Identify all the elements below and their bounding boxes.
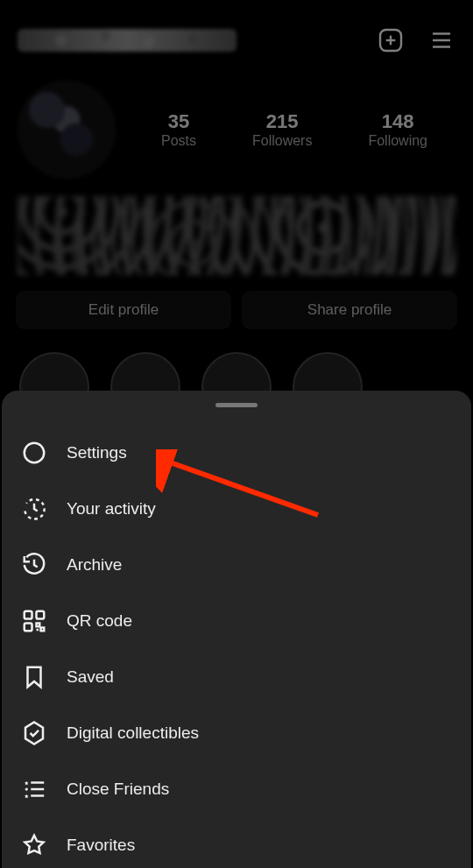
edit-profile-button[interactable]: Edit profile	[16, 291, 231, 329]
menu-item-label: Digital collectibles	[67, 723, 199, 743]
your-activity-menu-item[interactable]: Your activity	[2, 481, 471, 537]
star-icon	[21, 832, 47, 858]
hexcheck-icon	[21, 720, 47, 746]
digital-collectibles-menu-item[interactable]: Digital collectibles	[2, 705, 471, 761]
closefriends-icon	[21, 776, 47, 802]
options-bottom-sheet: Settings Your activity Archive	[2, 391, 471, 868]
activity-icon	[21, 496, 47, 522]
stat-followers-label: Followers	[252, 133, 312, 149]
hamburger-menu-button[interactable]	[427, 26, 455, 54]
stat-following-count: 148	[368, 110, 427, 133]
svg-point-7	[31, 449, 38, 456]
archive-icon	[21, 552, 47, 578]
favorites-menu-item[interactable]: Favorites	[2, 817, 471, 868]
close-friends-menu-item[interactable]: Close Friends	[2, 761, 471, 817]
stat-following[interactable]: 148 Following	[368, 110, 427, 149]
bio-obscured	[18, 196, 455, 275]
qr-code-menu-item[interactable]: QR code	[2, 593, 471, 649]
stat-following-label: Following	[368, 133, 427, 149]
bookmark-icon	[21, 664, 47, 690]
menu-item-label: Settings	[67, 443, 127, 462]
svg-rect-10	[25, 624, 32, 632]
archive-menu-item[interactable]: Archive	[2, 537, 471, 593]
gear-icon	[21, 440, 47, 466]
menu-item-label: Favorites	[67, 836, 135, 855]
username-obscured	[18, 29, 236, 52]
svg-rect-9	[37, 611, 45, 619]
profile-header: 35 Posts 215 Followers 148 Following	[0, 63, 473, 187]
profile-topbar	[0, 0, 473, 63]
create-post-button[interactable]	[377, 26, 405, 54]
qr-icon	[21, 608, 47, 634]
svg-rect-8	[25, 611, 32, 619]
stat-posts-label: Posts	[161, 133, 196, 149]
saved-menu-item[interactable]: Saved	[2, 649, 471, 705]
svg-point-14	[25, 787, 28, 790]
menu-item-label: Saved	[67, 667, 114, 687]
menu-item-label: Close Friends	[67, 780, 169, 799]
sheet-drag-handle[interactable]	[215, 403, 258, 407]
profile-action-row: Edit profile Share profile	[0, 284, 473, 336]
stat-posts-count: 35	[161, 110, 196, 133]
menu-item-label: Archive	[67, 555, 122, 575]
stat-followers-count: 215	[252, 110, 312, 133]
settings-menu-item[interactable]: Settings	[2, 425, 471, 481]
stat-posts[interactable]: 35 Posts	[161, 110, 196, 149]
share-profile-button[interactable]: Share profile	[242, 291, 457, 329]
menu-item-label: QR code	[67, 611, 132, 631]
stat-followers[interactable]: 215 Followers	[252, 110, 312, 149]
menu-item-label: Your activity	[67, 499, 156, 519]
avatar[interactable]	[18, 81, 116, 179]
